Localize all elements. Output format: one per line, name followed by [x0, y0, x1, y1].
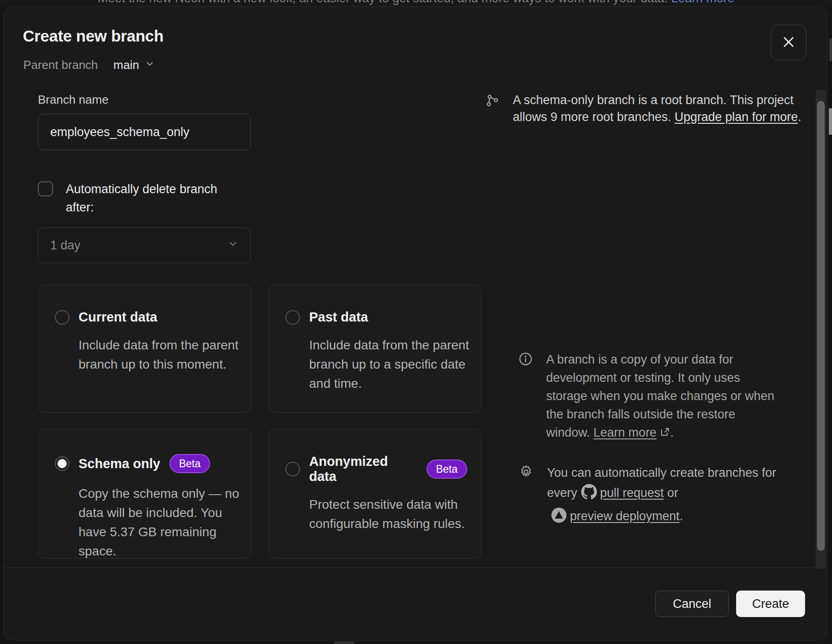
auto-note-suffix: .: [679, 509, 683, 523]
parent-branch-select[interactable]: main: [113, 58, 154, 72]
background-page-fragment: [829, 38, 832, 61]
background-page-fragment: [829, 108, 832, 135]
option-card-schema-only[interactable]: Schema only Beta Copy the schema only — …: [38, 429, 252, 559]
branch-name-input[interactable]: [38, 114, 251, 150]
gear-icon: [519, 465, 533, 529]
scrollbar-track[interactable]: [816, 90, 826, 569]
beta-badge: Beta: [169, 454, 210, 473]
banner-learn-more-link[interactable]: Learn more: [671, 0, 734, 5]
option-description: Include data from the parent branch up t…: [79, 336, 248, 374]
radio-schema-only[interactable]: [55, 456, 69, 471]
auto-delete-row: Automatically delete branch after:: [38, 180, 230, 216]
external-link-icon: [659, 424, 670, 443]
option-description: Copy the schema only — no data will be i…: [79, 484, 248, 561]
learn-more-link[interactable]: Learn more: [594, 426, 657, 439]
option-title: Anonymized data: [309, 454, 417, 484]
parent-branch-row: Parent branch main: [23, 58, 155, 72]
option-title: Current data: [79, 310, 157, 325]
github-icon: [581, 484, 597, 506]
radio-anonymized-data[interactable]: [285, 462, 300, 476]
close-icon: [781, 35, 796, 51]
scrollbar-thumb[interactable]: [817, 101, 825, 551]
branch-info-note: A branch is a copy of your data for deve…: [519, 350, 774, 443]
preview-deployment-link[interactable]: preview deployment: [570, 509, 679, 523]
banner-text: Meet the new Neon with a new look, an ea…: [98, 0, 671, 5]
upgrade-plan-link[interactable]: Upgrade plan for more: [674, 110, 798, 124]
chevron-down-icon: [145, 58, 155, 72]
close-button[interactable]: [771, 25, 806, 60]
create-button[interactable]: Create: [736, 591, 805, 617]
cancel-button[interactable]: Cancel: [655, 591, 729, 617]
vercel-icon: [551, 507, 567, 529]
option-description: Include data from the parent branch up t…: [309, 336, 479, 393]
chevron-down-icon: [227, 238, 238, 253]
option-title: Past data: [309, 310, 368, 325]
root-branch-note: A schema-only branch is a root branch. T…: [485, 92, 805, 126]
radio-past-data[interactable]: [285, 310, 300, 325]
auto-note-middle: or: [664, 486, 679, 500]
root-note-suffix: .: [798, 110, 801, 124]
background-page-fragment: [334, 641, 354, 644]
delete-duration-value: 1 day: [50, 238, 80, 253]
auto-create-note: You can automatically create branches fo…: [519, 463, 796, 529]
branch-icon: [485, 94, 499, 126]
option-card-past-data[interactable]: Past data Include data from the parent b…: [269, 285, 481, 413]
background-banner: Meet the new Neon with a new look, an ea…: [0, 0, 832, 6]
pull-request-link[interactable]: pull request: [600, 486, 664, 500]
radio-current-data[interactable]: [55, 310, 69, 325]
dialog-footer: Cancel Create: [4, 567, 827, 640]
create-branch-dialog: Create new branch Parent branch main Bra…: [4, 6, 827, 640]
option-description: Protect sensitive data with configurable…: [309, 495, 479, 533]
branch-name-label: Branch name: [38, 93, 109, 107]
parent-branch-label: Parent branch: [23, 58, 98, 72]
auto-delete-label[interactable]: Automatically delete branch after:: [66, 180, 221, 216]
delete-duration-select[interactable]: 1 day: [38, 227, 251, 263]
info-icon: [519, 352, 532, 443]
option-card-current-data[interactable]: Current data Include data from the paren…: [38, 285, 252, 413]
beta-badge: Beta: [427, 459, 467, 479]
info-note-suffix: .: [670, 426, 674, 439]
parent-branch-value: main: [113, 58, 139, 72]
branch-data-options: Current data Include data from the paren…: [38, 285, 481, 559]
dialog-title: Create new branch: [23, 27, 163, 45]
option-card-anonymized-data[interactable]: Anonymized data Beta Protect sensitive d…: [269, 429, 481, 559]
auto-delete-checkbox[interactable]: [38, 181, 53, 196]
option-title: Schema only: [79, 456, 160, 471]
